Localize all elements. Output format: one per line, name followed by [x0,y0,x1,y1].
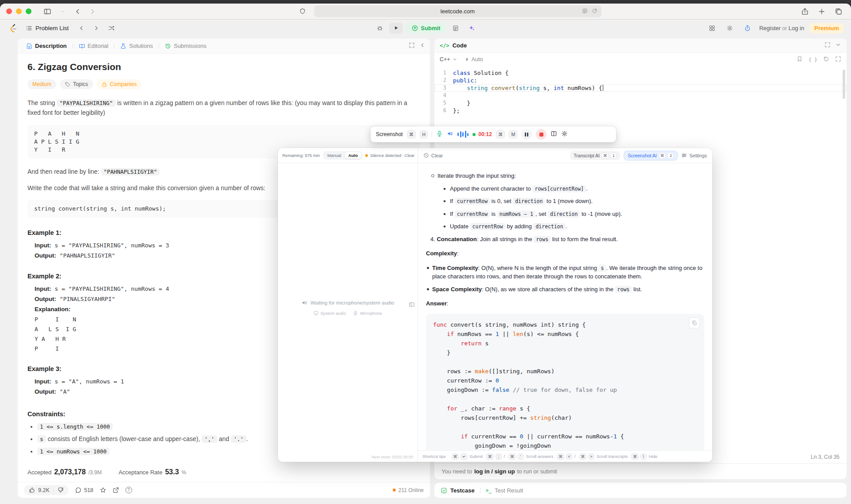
screenshot-button[interactable]: Screenshot [376,131,403,137]
feedback-button[interactable] [125,487,132,493]
reset-code-icon[interactable] [823,56,829,63]
maximize-code-icon[interactable] [824,42,831,50]
terminal-icon [486,488,492,493]
share-icon[interactable] [799,6,811,17]
answer-pane: Clear Transcript AI ⌘ 1 Screenshot AI ⌘ … [418,148,712,462]
answer-code-lines: func convert(s string, numRows int) stri… [433,320,697,451]
editor-scrollbar[interactable] [843,70,845,99]
reload-icon[interactable] [592,8,597,15]
ai-sparkle-icon[interactable] [465,22,478,34]
address-bar[interactable]: leetcode.com [314,5,601,17]
debug-icon[interactable] [373,22,386,34]
mode-manual[interactable]: Manual [324,152,345,159]
collapse-panel-icon[interactable] [419,42,426,50]
copy-code-button[interactable] [689,317,700,328]
topics-chip[interactable]: Topics [60,79,93,89]
code-line: for _, char := range s { [433,404,697,413]
pause-button[interactable] [521,129,532,140]
next-problem-icon[interactable] [90,22,102,34]
premium-button[interactable]: Premium [809,23,844,33]
submit-button[interactable]: Submit [406,23,445,33]
code-line: return s [433,339,697,348]
difficulty-badge[interactable]: Medium [27,79,56,89]
like-button[interactable]: 9.2K [29,487,50,493]
comments-button[interactable]: 518 [75,487,94,493]
layout-icon[interactable] [706,22,718,34]
answer-item: Complexity: [426,249,704,258]
star-icon [100,487,106,493]
tabs-overview-icon[interactable] [832,6,845,17]
settings-gear-icon[interactable] [724,22,736,34]
reader-icon[interactable] [582,8,588,15]
new-tab-icon[interactable] [816,6,828,17]
overlay-settings-icon[interactable] [561,130,568,139]
language-selector[interactable]: C++ [440,56,457,63]
tab-testcase[interactable]: Testcase [441,487,475,494]
shortcut-tips-bar: Shortcut tips ⌘↵Submit⌘;/⌘'Scroll answer… [418,450,712,462]
zoom-button[interactable] [26,8,31,14]
tab-editorial[interactable]: Editorial [75,39,113,53]
shortcut-label: Hide [649,454,658,459]
clear-answers-button[interactable]: Clear [423,152,443,158]
collapse-code-icon[interactable] [835,42,841,50]
sidebar-toggle-icon[interactable] [41,6,54,17]
key-badge: ⌘ [601,152,609,159]
problem-footer: 9.2K 518 [18,482,430,498]
transcript-ai-tab[interactable]: Transcript AI ⌘ 1 [570,151,620,160]
companies-chip[interactable]: Companies [97,79,142,89]
microphone-icon[interactable] [436,130,443,139]
screen: leetcode.com Problem List [0,0,851,504]
register-link[interactable]: Register [759,25,781,31]
fullscreen-editor-icon[interactable] [835,56,841,63]
key-badge: H [420,130,428,138]
leetcode-logo[interactable] [7,22,20,34]
shortcut-label: Scroll answers [526,454,554,459]
random-problem-icon[interactable] [105,22,117,34]
clear-audio-button[interactable]: Clear [405,153,415,158]
notes-icon[interactable] [449,22,462,34]
login-signup-link[interactable]: log in / sign up [474,468,515,475]
code-line: } [433,450,697,451]
tab-submissions[interactable]: Submissions [161,39,211,53]
code-line: 1class Solution { [434,69,847,77]
back-icon[interactable] [71,6,84,17]
system-audio-source: System audio [313,310,346,316]
chevron-down-icon[interactable] [56,6,69,17]
or-text: or [782,25,787,31]
minimize-button[interactable] [16,8,22,14]
speaker-icon[interactable] [447,130,453,139]
tab-test-result[interactable]: Test Result [486,487,523,494]
share-solution-button[interactable] [113,487,119,493]
online-dot-icon [393,488,396,492]
format-code-icon[interactable] [808,57,817,63]
assistant-settings-button[interactable]: Settings [681,152,707,158]
login-link[interactable]: Log in [789,25,804,31]
code-line: 4 [434,92,847,99]
tab-solutions[interactable]: Solutions [116,39,156,53]
expand-panel-icon[interactable] [409,42,415,50]
run-button[interactable] [389,23,402,34]
answer-content[interactable]: Iterate through the input string:Append … [418,163,712,450]
favorite-button[interactable] [100,487,106,493]
autocomplete-toggle[interactable]: Auto [465,56,483,63]
close-button[interactable] [6,8,12,14]
forward-icon[interactable] [86,6,99,17]
submissions-history-icon [165,43,171,49]
privacy-shield-icon[interactable] [297,6,309,17]
bookmark-icon[interactable] [796,56,803,63]
reader-panel-icon[interactable] [550,130,557,139]
timer-icon[interactable] [742,22,754,34]
stop-button[interactable] [536,129,547,140]
problem-list-button[interactable]: Problem List [22,23,72,33]
key-badge: ⌘ [496,130,505,138]
code-tag-icon [440,43,449,49]
dislike-button[interactable] [57,487,64,493]
bolt-icon [465,57,470,62]
code-line: currentRow := 0 [433,376,697,385]
prev-problem-icon[interactable] [75,22,87,34]
code-line: 5 } [434,99,847,107]
mode-auto[interactable]: Auto [345,152,362,159]
screenshot-ai-tab[interactable]: Screenshot AI ⌘ 2 [624,151,677,160]
collapse-transcript-icon[interactable] [409,301,415,309]
tab-description[interactable]: Description [22,39,71,53]
